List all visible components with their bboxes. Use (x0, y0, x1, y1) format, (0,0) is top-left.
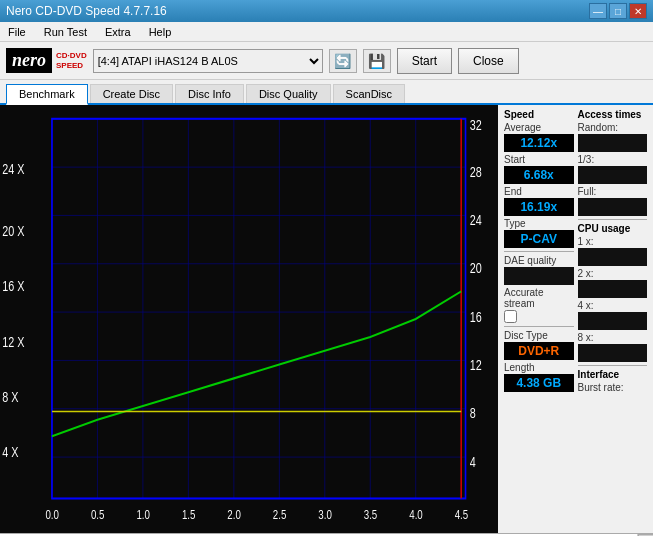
full-label: Full: (578, 186, 648, 197)
menu-runtest[interactable]: Run Test (40, 24, 91, 40)
dae-quality-value (504, 267, 574, 285)
svg-text:2.5: 2.5 (273, 508, 287, 521)
cpu-1x-label: 1 x: (578, 236, 648, 247)
dae-quality-label: DAE quality (504, 255, 574, 266)
app-title: Nero CD-DVD Speed 4.7.7.16 (6, 4, 167, 18)
speed-section: Speed Average 12.12x Start 6.68x End 16.… (504, 109, 574, 394)
svg-text:16 X: 16 X (2, 279, 24, 295)
type-value: P-CAV (504, 230, 574, 248)
full-value (578, 198, 648, 216)
burst-rate-label: Burst rate: (578, 382, 648, 393)
divider4 (578, 365, 648, 366)
accurate-stream-checkbox[interactable] (504, 310, 517, 323)
cpu-8x-label: 8 x: (578, 332, 648, 343)
svg-text:4.0: 4.0 (409, 508, 423, 521)
start-button[interactable]: Start (397, 48, 452, 74)
disc-type-label: Disc Type (504, 330, 574, 341)
interface-header: Interface (578, 369, 648, 380)
average-label: Average (504, 122, 574, 133)
cpu-usage-header: CPU usage (578, 223, 648, 234)
svg-text:28: 28 (470, 165, 482, 181)
toolbar: nero CD·DVDSPEED [4:4] ATAPI iHAS124 B A… (0, 42, 653, 80)
menubar: File Run Test Extra Help (0, 22, 653, 42)
svg-text:16: 16 (470, 310, 482, 326)
svg-text:20: 20 (470, 261, 482, 277)
tab-scan-disc[interactable]: ScanDisc (333, 84, 405, 103)
one-third-label: 1/3: (578, 154, 648, 165)
main-content: 24 X 20 X 16 X 12 X 8 X 4 X 32 28 24 20 … (0, 105, 653, 533)
disc-type-value: DVD+R (504, 342, 574, 360)
cpu-2x-label: 2 x: (578, 268, 648, 279)
random-label: Random: (578, 122, 648, 133)
random-value (578, 134, 648, 152)
tab-create-disc[interactable]: Create Disc (90, 84, 173, 103)
start-value: 6.68x (504, 166, 574, 184)
divider2 (504, 326, 574, 327)
svg-text:3.5: 3.5 (364, 508, 378, 521)
svg-text:8: 8 (470, 406, 476, 422)
svg-text:24 X: 24 X (2, 162, 24, 178)
right-panel: Speed Average 12.12x Start 6.68x End 16.… (498, 105, 653, 533)
access-times-header: Access times (578, 109, 648, 120)
cpu-1x-value (578, 248, 648, 266)
access-cpu-section: Access times Random: 1/3: Full: CPU usag… (578, 109, 648, 394)
svg-text:20 X: 20 X (2, 224, 24, 240)
window-controls: — □ ✕ (589, 3, 647, 19)
chart-svg: 24 X 20 X 16 X 12 X 8 X 4 X 32 28 24 20 … (0, 105, 498, 533)
one-third-value (578, 166, 648, 184)
speed-access-section: Speed Average 12.12x Start 6.68x End 16.… (504, 109, 647, 394)
menu-file[interactable]: File (4, 24, 30, 40)
tab-benchmark[interactable]: Benchmark (6, 84, 88, 105)
end-label: End (504, 186, 574, 197)
end-value: 16.19x (504, 198, 574, 216)
drive-selector[interactable]: [4:4] ATAPI iHAS124 B AL0S (93, 49, 323, 73)
average-value: 12.12x (504, 134, 574, 152)
tab-disc-quality[interactable]: Disc Quality (246, 84, 331, 103)
svg-text:1.5: 1.5 (182, 508, 196, 521)
length-value: 4.38 GB (504, 374, 574, 392)
cpu-4x-label: 4 x: (578, 300, 648, 311)
svg-text:4: 4 (470, 454, 476, 470)
svg-text:8 X: 8 X (2, 390, 18, 406)
accurate-stream-label: Accurate stream (504, 287, 574, 309)
divider1 (504, 251, 574, 252)
svg-text:4 X: 4 X (2, 445, 18, 461)
divider3 (578, 219, 648, 220)
nero-logo: nero (6, 48, 52, 73)
svg-text:0.5: 0.5 (91, 508, 105, 521)
menu-extra[interactable]: Extra (101, 24, 135, 40)
svg-text:0.0: 0.0 (45, 508, 59, 521)
type-label: Type (504, 218, 574, 229)
close-disc-button[interactable]: Close (458, 48, 519, 74)
maximize-button[interactable]: □ (609, 3, 627, 19)
speed-header: Speed (504, 109, 574, 120)
titlebar: Nero CD-DVD Speed 4.7.7.16 — □ ✕ (0, 0, 653, 22)
refresh-button[interactable]: 🔄 (329, 49, 357, 73)
close-button[interactable]: ✕ (629, 3, 647, 19)
svg-text:24: 24 (470, 213, 482, 229)
svg-text:12: 12 (470, 358, 482, 374)
svg-text:3.0: 3.0 (318, 508, 332, 521)
cpu-8x-value (578, 344, 648, 362)
svg-text:2.0: 2.0 (227, 508, 241, 521)
minimize-button[interactable]: — (589, 3, 607, 19)
tab-bar: Benchmark Create Disc Disc Info Disc Qua… (0, 80, 653, 105)
menu-help[interactable]: Help (145, 24, 176, 40)
logo-area: nero CD·DVDSPEED (6, 48, 87, 73)
product-name: CD·DVDSPEED (56, 51, 87, 70)
tab-disc-info[interactable]: Disc Info (175, 84, 244, 103)
svg-text:32: 32 (470, 118, 482, 134)
svg-text:4.5: 4.5 (455, 508, 469, 521)
svg-text:1.0: 1.0 (136, 508, 150, 521)
chart-area: 24 X 20 X 16 X 12 X 8 X 4 X 32 28 24 20 … (0, 105, 498, 533)
cpu-2x-value (578, 280, 648, 298)
start-label: Start (504, 154, 574, 165)
save-button[interactable]: 💾 (363, 49, 391, 73)
accurate-stream-row (504, 310, 574, 323)
length-label: Length (504, 362, 574, 373)
svg-text:12 X: 12 X (2, 334, 24, 350)
svg-rect-0 (0, 105, 498, 533)
cpu-4x-value (578, 312, 648, 330)
